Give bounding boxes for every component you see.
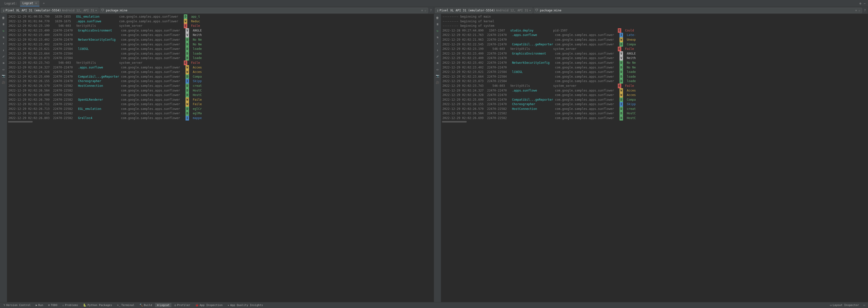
scrollbar-thumb[interactable] [8,121,33,122]
log-row[interactable]: 2022-12-29 02:02:23.66422470-22584 com.g… [7,51,434,56]
side-icon-1[interactable]: ⏸ [1,22,6,27]
log-row[interactable]: 2022-12-29 02:02:26.57922470-22582 HostC… [441,107,868,111]
star-icon[interactable]: ☆ [859,9,860,12]
filter-input[interactable] [106,9,420,12]
log-row[interactable]: 2022-12-29 02:02:23.40222470-22470 com.g… [7,42,434,47]
log-row[interactable]: 2022-12-29 02:02:23.743 546-603 VerityUt… [441,84,868,88]
side-icon-9[interactable]: 📷 [1,74,6,78]
log-row[interactable]: 2022-12-29 02:02:26.58422470-22582 com.g… [441,111,868,116]
layout-inspector-button[interactable]: ▭ Layout Inspector [828,303,861,307]
log-row[interactable]: 2022-12-29 02:02:23.67322470-22584 com.g… [7,56,434,60]
bottom-tab-app-inspection[interactable]: 🐞App Inspection [193,303,225,307]
log-row[interactable]: 2022-12-29 02:02:23.199 546-603 VerityUt… [7,24,434,28]
log-row[interactable]: 2022-12-29 02:02:23.66422470-22584 com.g… [441,75,868,79]
log-package: com.google.samples.apps.sunflower [119,37,184,42]
log-row[interactable]: 2022-12-29 02:02:26.71322470-22582 EGL_e… [7,107,434,111]
log-row[interactable]: 2022-12-29 02:02:23.62122470-22584 libEG… [7,47,434,51]
log-row[interactable]: 2022-12-29 02:02:23.40222470-22470 Netwo… [7,37,434,42]
log-area-left[interactable]: 2022-12-29 01:00:55.790 1639-1855 EGL_em… [7,14,434,302]
minimize-icon[interactable]: — [864,2,866,5]
log-row[interactable]: 2022-12-29 02:02:23.743 546-603 VerityUt… [7,60,434,65]
log-row[interactable]: 2022-12-29 01:00:55.790 1639-1855 EGL_em… [7,15,434,19]
bottom-tab-logcat[interactable]: ≡Logcat [155,303,172,307]
bottom-tab-profiler[interactable]: ◷Profiler [173,303,192,307]
log-row[interactable]: 2022-12-29 02:02:24.32722470-22470 .apps… [441,88,868,93]
log-row[interactable]: 2022-12-29 02:02:21.96322470-22470 com.g… [441,37,868,42]
log-row[interactable]: 2022-12-29 02:02:24.32822470-22470 com.g… [7,70,434,75]
log-row[interactable]: 2022-12-29 02:02:26.15522470-22470 Chore… [441,102,868,107]
log-row[interactable]: 2022-12-29 02:02:24.32822470-22470 com.g… [441,93,868,97]
side-icon-9[interactable]: 📷 [435,74,440,78]
add-tab-button[interactable]: + [41,1,46,6]
side-icon-5[interactable]: ↓ [435,48,440,53]
help-icon[interactable]: ? [863,9,867,12]
side-icon-4[interactable]: ↑ [435,41,440,46]
side-icon-6[interactable]: ⤢ [1,54,6,59]
log-row[interactable]: 2022-12-29 02:02:25.69022470-22470 Compa… [441,97,868,102]
log-row[interactable]: 2022-12-29 02:02:26.58422470-22582 com.g… [7,88,434,93]
log-row[interactable]: 2022-12-29 02:02:26.69922470-22582 com.g… [7,93,434,97]
bottom-tab-todo[interactable]: ≡TODO [46,303,59,307]
bottom-tab-build[interactable]: 🔨Build [137,303,154,307]
log-row[interactable]: 2022-12-29 02:02:23.40222470-22470 Netwo… [441,60,868,65]
log-row[interactable]: 2022-12-29 02:02:23.40022470-22470 Graph… [441,51,868,56]
log-row[interactable]: 2022-12-29 02:02:26.71122470-22582 com.g… [7,102,434,107]
scrollbar-thumb[interactable] [442,121,467,122]
tab-logcat[interactable]: Logcat × [20,0,40,6]
side-icon-7[interactable]: ≡ [435,60,440,65]
bottom-tab-app-quality-insights[interactable]: ✦App Quality Insights [226,303,265,307]
side-icon-0[interactable]: 🗑 [435,16,440,20]
horizontal-scrollbar[interactable] [7,120,434,123]
device-selector[interactable]: ▯ Pixel XL API 31 (emulator-5554) Androi… [435,8,533,13]
log-row[interactable]: 2022-12-29 02:02:26.80322470-22582 Grall… [7,116,434,120]
side-icon-3[interactable]: ⇅ [435,35,440,40]
device-selector[interactable]: ▯ Pixel XL API 31 (emulator-5554) Androi… [1,8,99,13]
log-row[interactable]: 2022-12-29 02:02:26.70922470-22582 OpenG… [7,97,434,102]
bottom-tab-problems[interactable]: ⚠Problems [60,303,80,307]
event-log-icon[interactable]: ▭ [862,304,867,307]
side-icon-2[interactable]: ↻ [1,28,6,33]
log-row[interactable]: 2022-12-29 02:02:22.54522470-22470 Compa… [441,42,868,47]
side-icon-3[interactable]: ⇅ [1,35,6,40]
side-icon-4[interactable]: ↑ [1,41,6,46]
star-icon[interactable]: ☆ [425,9,426,12]
close-icon[interactable]: × [35,1,37,5]
bottom-tab-python-packages[interactable]: 🐍Python Packages [81,303,114,307]
side-icon-0[interactable]: 🗑 [1,16,6,20]
log-row[interactable]: 2022-12-29 02:02:23.62122470-22584 libEG… [441,70,868,75]
help-icon[interactable]: ? [429,9,433,12]
log-row[interactable]: 2022-12-29 02:02:23.40022470-22470 com.g… [441,56,868,60]
log-row[interactable]: 2022-12-28 09:27:44.890 1507-1507 studio… [441,28,868,33]
log-row[interactable]: 2022-12-29 02:02:21.76322470-22470 .apps… [441,33,868,37]
log-row[interactable]: 2022-12-29 02:02:23.40222470-22470 com.g… [441,65,868,70]
side-icon-7[interactable]: ≡ [1,60,6,65]
side-icon-10[interactable]: 🎥 [435,80,440,85]
side-icon-6[interactable]: ⤢ [435,54,440,59]
bottom-tab-terminal[interactable]: >_Terminal [115,303,136,307]
log-row[interactable]: 2022-12-29 02:02:25.69022470-22470 Compa… [7,75,434,79]
side-icon-5[interactable]: ↓ [1,48,6,53]
log-row[interactable]: 2022-12-29 02:02:26.15522470-22470 Chore… [7,79,434,84]
clear-icon[interactable]: × [421,9,423,12]
side-icon-2[interactable]: ↻ [435,28,440,33]
log-row[interactable]: 2022-12-29 02:02:23.40022470-22470 Graph… [7,28,434,33]
log-row[interactable]: 2022-12-29 02:02:26.69922470-22582 com.g… [441,116,868,120]
side-icon-8[interactable]: ▭ [1,67,6,72]
log-row[interactable]: 2022-12-29 02:02:26.71522470-22582 com.g… [7,111,434,116]
log-row[interactable]: 2022-12-29 01:01:04.770 1639-1675 .apps.… [7,19,434,24]
bottom-tab-run[interactable]: ▶Run [34,303,45,307]
side-icon-1[interactable]: ⏸ [435,22,440,27]
gear-icon[interactable]: ⚙ [860,2,861,5]
side-icon-10[interactable]: 🎥 [1,80,6,85]
log-row[interactable]: 2022-12-29 02:02:24.32722470-22470 .apps… [7,65,434,70]
log-row[interactable]: 2022-12-29 02:02:23.199 546-603 VerityUt… [441,47,868,51]
log-row[interactable]: 2022-12-29 02:02:23.40022470-22470 com.g… [7,33,434,37]
bottom-tab-version-control[interactable]: ⌥Version Control [1,303,33,307]
log-area-right[interactable]: --------- beginning of main--------- beg… [441,14,868,302]
log-row[interactable]: 2022-12-29 02:02:26.57922470-22582 HostC… [7,84,434,88]
filter-input[interactable] [540,9,854,12]
side-icon-8[interactable]: ▭ [435,67,440,72]
clear-icon[interactable]: × [855,9,857,12]
log-row[interactable]: 2022-12-29 02:02:23.67322470-22584 com.g… [441,79,868,84]
horizontal-scrollbar[interactable] [441,120,868,123]
